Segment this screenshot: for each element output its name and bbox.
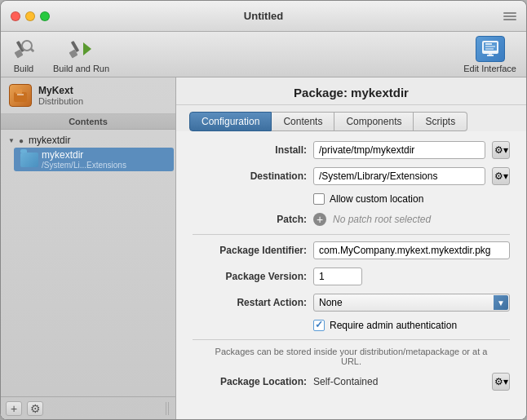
close-button[interactable] <box>11 11 20 21</box>
require-admin-label: Require admin authentication <box>330 320 457 331</box>
gear-icon: ⚙ <box>494 144 503 156</box>
sidebar-footer: + ⚙ <box>1 396 175 419</box>
build-label: Build <box>14 64 33 73</box>
pkg-ver-label: Package Version: <box>193 271 307 282</box>
project-name: MyKext <box>38 85 83 96</box>
destination-input[interactable] <box>313 167 485 185</box>
tree-root-label: mykextdir <box>29 135 70 146</box>
location-row: Package Location: Self-Contained ⚙▾ <box>193 373 510 391</box>
patch-placeholder-text: No patch root selected <box>333 214 431 225</box>
pkg-ver-input[interactable] <box>313 267 362 285</box>
tabs-bar: Configuration Contents Components Script… <box>176 105 526 131</box>
project-icon <box>9 84 32 107</box>
package-header: Package: mykextdir <box>176 77 526 105</box>
pkg-id-label: Package Identifier: <box>193 245 307 256</box>
minimize-button[interactable] <box>25 11 35 21</box>
destination-gear-button[interactable]: ⚙▾ <box>492 167 510 185</box>
svg-rect-18 <box>168 402 169 415</box>
location-value: Self-Contained <box>313 376 485 387</box>
restart-select[interactable]: None Logout Restart Shutdown <box>313 294 510 312</box>
patch-row: Patch: + No patch root selected <box>193 213 510 226</box>
destination-label: Destination: <box>193 170 307 182</box>
destination-row: Destination: ⚙▾ <box>193 167 510 185</box>
restart-row: Restart Action: None Logout Restart Shut… <box>193 294 510 312</box>
window-title: Untitled <box>244 10 283 22</box>
svg-rect-16 <box>17 94 24 95</box>
patch-add-button[interactable]: + <box>313 213 326 226</box>
tree-selected-text: mykextdir /System/Li...Extensions <box>42 149 126 170</box>
pkg-ver-row: Package Version: <box>193 267 510 285</box>
tree-item-root[interactable]: ▼ ● mykextdir <box>1 133 175 148</box>
content-area: Package: mykextdir Configuration Content… <box>176 77 526 419</box>
sidebar-header: MyKext Distribution <box>1 77 175 114</box>
title-bar: Untitled <box>1 1 526 32</box>
folder-icon <box>20 153 38 167</box>
contents-label: Contents <box>1 114 175 130</box>
tree-selected-sub: /System/Li...Extensions <box>42 161 126 170</box>
disclosure-icon: ▼ <box>7 136 16 144</box>
tree-item-mykextdir[interactable]: mykextdir /System/Li...Extensions <box>14 148 174 171</box>
main-area: MyKext Distribution Contents ▼ ● mykextd… <box>1 77 526 419</box>
tab-configuration[interactable]: Configuration <box>189 112 272 131</box>
build-button[interactable]: Build <box>11 36 37 73</box>
allow-custom-row: Allow custom location <box>313 193 510 205</box>
tab-contents[interactable]: Contents <box>272 112 334 131</box>
form-area: Install: ⚙▾ Destination: ⚙▾ <box>176 131 526 419</box>
build-run-label: Build and Run <box>53 64 109 73</box>
main-window: Untitled Build <box>0 0 527 420</box>
location-hint: Packages can be stored inside your distr… <box>193 347 510 366</box>
build-run-icon <box>69 36 95 62</box>
pkg-id-row: Package Identifier: <box>193 241 510 259</box>
location-section: Packages can be stored inside your distr… <box>193 339 510 391</box>
edit-interface-label: Edit Interface <box>463 64 516 73</box>
toolbar: Build Build and Run <box>1 32 526 77</box>
maximize-button[interactable] <box>40 11 50 21</box>
gear-icon: ⚙ <box>494 170 503 182</box>
patch-label: Patch: <box>193 214 307 225</box>
sidebar-header-text: MyKext Distribution <box>38 85 83 106</box>
svg-marker-6 <box>83 42 91 55</box>
location-label: Package Location: <box>193 376 307 387</box>
require-admin-checkbox[interactable] <box>313 320 325 331</box>
install-label: Install: <box>193 144 307 156</box>
require-admin-row: Require admin authentication <box>313 320 510 331</box>
location-gear-button[interactable]: ⚙▾ <box>492 373 510 391</box>
pkg-id-input[interactable] <box>313 241 510 259</box>
svg-rect-15 <box>16 89 22 94</box>
edit-interface-icon <box>476 36 505 62</box>
gear-button[interactable]: ⚙ <box>27 401 43 416</box>
tab-components[interactable]: Components <box>334 112 414 131</box>
sidebar: MyKext Distribution Contents ▼ ● mykextd… <box>1 77 176 419</box>
traffic-lights <box>11 11 50 21</box>
gear-icon: ⚙ <box>494 376 503 387</box>
divider1 <box>193 234 510 235</box>
restart-select-wrap: None Logout Restart Shutdown ▼ <box>313 294 510 312</box>
resize-handle[interactable] <box>164 399 170 418</box>
project-sub: Distribution <box>38 96 83 106</box>
tree-selected-label: mykextdir <box>42 149 126 161</box>
allow-custom-checkbox[interactable] <box>313 193 325 205</box>
svg-point-2 <box>22 41 32 51</box>
build-run-button[interactable]: Build and Run <box>53 36 109 73</box>
svg-rect-10 <box>489 53 492 55</box>
resize-icon <box>503 12 516 20</box>
install-input[interactable] <box>313 141 485 159</box>
install-gear-button[interactable]: ⚙▾ <box>492 141 510 159</box>
install-row: Install: ⚙▾ <box>193 141 510 159</box>
edit-interface-button[interactable]: Edit Interface <box>463 36 516 73</box>
tab-scripts[interactable]: Scripts <box>414 112 467 131</box>
sidebar-tree: ▼ ● mykextdir mykextdir /System/Li...Ext… <box>1 130 175 396</box>
build-icon <box>11 36 37 62</box>
restart-label: Restart Action: <box>193 297 307 308</box>
svg-rect-17 <box>166 402 166 415</box>
allow-custom-label: Allow custom location <box>330 193 423 205</box>
circle-icon: ● <box>19 136 24 145</box>
add-button[interactable]: + <box>6 401 22 416</box>
